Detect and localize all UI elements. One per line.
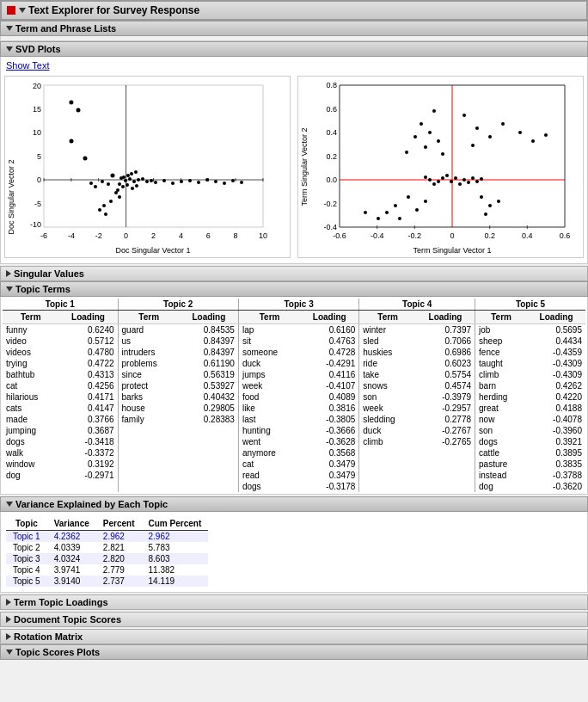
table-row: dogs-0.3178dog-0.3620: [3, 481, 585, 492]
svg-point-119: [437, 180, 440, 183]
svd-plots-section[interactable]: SVD Plots: [0, 41, 588, 57]
svg-text:0.6: 0.6: [560, 231, 571, 240]
svg-text:15: 15: [33, 105, 41, 114]
svg-text:0.6: 0.6: [326, 105, 337, 114]
svg-text:2: 2: [151, 231, 156, 240]
svg-point-42: [126, 183, 129, 187]
svg-point-128: [415, 208, 419, 212]
svg-point-124: [475, 180, 479, 183]
variance-table: TopicVariancePercentCum Percent Topic 14…: [6, 517, 208, 587]
col-loading1: Loading: [58, 311, 118, 324]
svg-point-59: [240, 181, 243, 184]
svg-point-44: [135, 184, 138, 188]
svg-point-40: [118, 182, 121, 186]
svg-text:0.4: 0.4: [326, 128, 337, 137]
topic4-header: Topic 4: [359, 299, 475, 311]
table-row: videos0.4780intruders0.84397someone0.472…: [3, 347, 585, 358]
svg-text:0: 0: [124, 231, 128, 240]
svg-point-103: [441, 152, 444, 156]
col-term5: Term: [475, 311, 528, 324]
svg-text:0.0: 0.0: [326, 176, 337, 184]
topic-scores-plots-section[interactable]: Topic Scores Plots: [0, 644, 588, 660]
svg-point-43: [131, 187, 134, 190]
table-row: Topic 34.03242.8208.603: [6, 553, 208, 564]
tsp-icon: [6, 650, 13, 655]
table-row: dogs-0.3418went-0.3628climb-0.2765dogs0.…: [3, 436, 585, 447]
singular-values-section[interactable]: Singular Values: [0, 266, 588, 281]
collapse-icon: [19, 8, 26, 13]
svg-point-115: [458, 182, 462, 186]
svg-point-101: [424, 145, 427, 149]
svg-point-137: [484, 212, 487, 216]
svg-point-64: [98, 208, 101, 212]
topic-terms-header[interactable]: Topic Terms: [0, 281, 588, 297]
svd-icon: [6, 46, 13, 52]
svg-point-53: [188, 179, 192, 182]
svg-point-52: [180, 180, 183, 183]
variance-content: TopicVariancePercentCum Percent Topic 14…: [0, 512, 588, 593]
svg-point-121: [428, 178, 432, 182]
svg-text:-2: -2: [95, 231, 102, 240]
topic1-header: Topic 1: [3, 299, 118, 311]
svg-point-27: [69, 101, 73, 105]
svg-point-107: [501, 122, 505, 126]
right-x-label: Term Singular Vector 1: [413, 246, 491, 255]
col-loading3: Loading: [300, 311, 359, 324]
term-phrase-section[interactable]: Term and Phrase Lists: [0, 21, 588, 36]
svg-point-67: [122, 176, 126, 179]
topic3-header: Topic 3: [238, 299, 358, 311]
svg-point-70: [134, 170, 138, 174]
svg-point-129: [398, 217, 401, 220]
svd-label: SVD Plots: [15, 44, 61, 54]
topic5-header: Topic 5: [475, 299, 585, 311]
dts-label: Document Topic Scores: [14, 614, 121, 625]
svg-point-34: [128, 177, 132, 181]
svg-text:-4: -4: [68, 231, 75, 240]
svg-point-118: [441, 176, 444, 180]
svg-point-29: [70, 139, 74, 144]
svg-point-113: [450, 180, 453, 183]
right-y-label: Term Singular Vector 2: [300, 127, 309, 206]
topic2-header: Topic 2: [118, 299, 238, 311]
svg-point-100: [437, 139, 440, 143]
col-term4: Term: [359, 311, 416, 324]
col-term3: Term: [238, 311, 300, 324]
doc-topic-scores-section[interactable]: Document Topic Scores: [0, 612, 588, 627]
term-phrase-label: Term and Phrase Lists: [15, 23, 116, 34]
svg-point-112: [445, 174, 449, 177]
table-row: window0.3192cat0.3479pasture0.3835: [3, 459, 585, 470]
col-loading2: Loading: [180, 311, 239, 324]
svg-text:-0.2: -0.2: [408, 231, 422, 240]
svg-text:-10: -10: [30, 220, 41, 229]
table-row: Topic 53.91402.73714.119: [6, 576, 208, 587]
table-row: cat0.4256protect0.53927week-0.4107snows0…: [3, 380, 585, 391]
table-row: Topic 24.03392.8215.783: [6, 542, 208, 553]
svg-point-126: [407, 195, 410, 199]
variance-label: Variance Explained by Each Topic: [15, 499, 168, 509]
table-row: walk-0.3372anymore0.3568cattle0.3895: [3, 447, 585, 459]
term-topic-loadings-section[interactable]: Term Topic Loadings: [0, 594, 588, 610]
svg-point-28: [77, 108, 81, 113]
svg-point-51: [171, 182, 175, 185]
svg-point-68: [126, 174, 130, 177]
svg-point-38: [145, 180, 149, 183]
svg-point-125: [480, 177, 483, 181]
svg-text:5: 5: [37, 152, 41, 161]
svg-text:6: 6: [206, 231, 211, 240]
svg-point-99: [413, 135, 417, 139]
svg-point-127: [394, 204, 397, 207]
svg-point-106: [488, 135, 492, 139]
rotation-matrix-section[interactable]: Rotation Matrix: [0, 629, 588, 644]
show-text-link[interactable]: Show Text: [3, 58, 53, 72]
svg-point-41: [121, 185, 125, 188]
svg-point-47: [94, 185, 97, 188]
topic-terms-content: Topic 1 Topic 2 Topic 3 Topic 4 Topic 5 …: [0, 297, 588, 495]
rm-icon: [6, 633, 11, 640]
svg-text:0.2: 0.2: [326, 152, 337, 161]
variance-header[interactable]: Variance Explained by Each Topic: [0, 496, 588, 512]
svg-text:-0.6: -0.6: [333, 231, 346, 240]
svg-point-58: [231, 179, 235, 182]
svg-text:-0.4: -0.4: [371, 231, 384, 240]
svg-point-111: [544, 133, 548, 137]
ttl-icon: [6, 599, 11, 606]
